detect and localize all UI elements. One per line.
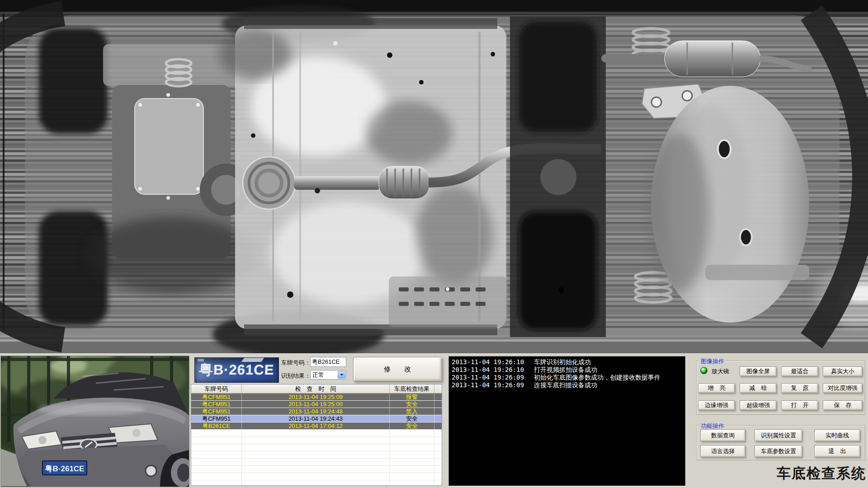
cell-result: 报警 [390, 394, 434, 400]
cell-extra [434, 408, 442, 415]
log-time: 2013-11-04 19:26:10 [452, 358, 527, 366]
bottom-control-panel: 粤B·261CE 粤B·261CE 车牌号码： 识别结果： 正常 修 改 车牌号… [0, 353, 868, 488]
system-title: 车底检查系统 [777, 464, 866, 483]
log-time: 2013-11-04 19:26:10 [452, 366, 527, 374]
image-operations-group: 图像操作 放大镜 图像全屏 最适合 真实大小 增 亮 减 暗 复 原 对比度增强… [696, 361, 865, 415]
edge-enhance-button[interactable]: 边缘增强 [698, 400, 735, 410]
vehicle-photo-graphic: 粤B·261CE [1, 356, 189, 487]
table-row[interactable]: 粤CFM951 2013-11-04 19:25:09 报警 [191, 394, 442, 401]
cell-extra [434, 415, 442, 422]
magnifier-led-icon[interactable] [700, 367, 708, 374]
scan-graphic [0, 0, 868, 353]
log-message: 车牌识别初始化成功 [527, 358, 591, 366]
language-select-button[interactable]: 语言选择 [700, 445, 745, 457]
col-header-plate: 车牌号码 [191, 385, 242, 394]
cell-plate: 粤CFM951 [191, 408, 242, 415]
image-fullscreen-button[interactable]: 图像全屏 [740, 366, 777, 376]
log-message: 打开视频抓拍设备成功 [527, 366, 597, 374]
cell-time: 2013-11-04 19:25:09 [242, 394, 390, 400]
image-operations-label: 图像操作 [699, 357, 726, 366]
cell-time: 2013-11-04 19:25:00 [242, 401, 390, 408]
best-fit-button[interactable]: 最适合 [781, 366, 818, 376]
contrast-enhance-button[interactable]: 对比度增强 [823, 383, 863, 393]
plate-crop-image: 粤B·261CE [194, 357, 279, 383]
table-row-selected[interactable]: 粤CFM951 2013-11-04 19:24:43 安全 [191, 415, 442, 422]
recognition-result-label: 识别结果： [281, 372, 311, 380]
plate-number-input[interactable] [310, 357, 346, 367]
log-message: 初始化车底图像参数成功，创建接收数据事件 [527, 374, 660, 381]
log-line: 2013-11-04 19:26:09 初始化车底图像参数成功，创建接收数据事件 [452, 374, 683, 381]
realtime-curve-button[interactable]: 实时曲线 [814, 429, 860, 441]
cell-plate: 粤CFM951 [191, 415, 242, 422]
cell-plate: 粤CFM951 [191, 394, 242, 400]
plate-crop-text: 粤B·261CE [199, 361, 275, 380]
col-header-extra [434, 385, 442, 394]
vehicle-capture-photo: 粤B·261CE [1, 356, 189, 487]
cell-result: 安全 [390, 401, 434, 408]
cell-plate: 粤B261CE [191, 422, 242, 429]
photo-plate-text: 粤B·261CE [45, 465, 85, 473]
data-query-button[interactable]: 数据查询 [700, 429, 745, 441]
brighten-button[interactable]: 增 亮 [698, 383, 735, 393]
table-empty-area [191, 430, 442, 485]
log-time: 2013-11-04 19:26:09 [452, 374, 527, 381]
plate-number-label: 车牌号码： [281, 359, 311, 367]
cell-extra [434, 422, 442, 429]
cell-extra [434, 401, 442, 408]
undercarriage-scan-image[interactable] [0, 0, 868, 353]
inspection-history-table[interactable]: 车牌号码 检 查 时 间 车底检查结果 粤CFM951 2013-11-04 1… [191, 384, 442, 486]
cell-result: 禁入 [390, 408, 434, 415]
col-header-time: 检 查 时 间 [242, 385, 390, 394]
cell-time: 2013-11-04 19:24:43 [242, 415, 390, 422]
log-time: 2013-11-04 19:26:09 [452, 381, 527, 389]
cell-result: 安全 [390, 415, 434, 422]
recognition-result-value: 正常 [312, 371, 324, 379]
function-operations-group: 功能操作 数据查询 识别属性设置 实时曲线 语言选择 车底参数设置 退 出 [696, 425, 865, 460]
recognition-settings-button[interactable]: 识别属性设置 [755, 429, 802, 441]
cell-time: 2013-11-04 17:04:12 [242, 422, 390, 429]
actual-size-button[interactable]: 真实大小 [823, 366, 863, 376]
undercarriage-inspection-app: 粤B·261CE 粤B·261CE 车牌号码： 识别结果： 正常 修 改 车牌号… [0, 0, 868, 488]
chassis-params-button[interactable]: 车底参数设置 [755, 445, 802, 457]
cell-extra [434, 394, 442, 400]
exit-button[interactable]: 退 出 [814, 445, 860, 457]
recognition-result-select[interactable]: 正常 [310, 370, 346, 380]
cell-plate: 粤CFM951 [191, 401, 242, 408]
open-button[interactable]: 打 开 [781, 400, 818, 410]
log-line: 2013-11-04 19:26:10 打开视频抓拍设备成功 [452, 366, 683, 374]
table-row[interactable]: 粤CFM951 2013-11-04 19:24:48 禁入 [191, 408, 442, 415]
log-message: 连接车底扫描设备成功 [527, 381, 597, 389]
dropdown-arrow-icon[interactable] [338, 371, 345, 379]
darken-button[interactable]: 减 暗 [740, 383, 777, 393]
save-button[interactable]: 保 存 [823, 400, 863, 410]
table-header-row: 车牌号码 检 查 时 间 车底检查结果 [191, 385, 442, 394]
log-line: 2013-11-04 19:26:10 车牌识别初始化成功 [452, 358, 683, 366]
system-log-console[interactable]: 2013-11-04 19:26:10 车牌识别初始化成功 2013-11-04… [448, 356, 686, 486]
restore-button[interactable]: 复 原 [781, 383, 818, 393]
col-header-result: 车底检查结果 [390, 385, 434, 394]
magnifier-label: 放大镜 [712, 367, 729, 375]
cell-result: 安全 [390, 422, 434, 429]
modify-button[interactable]: 修 改 [353, 357, 442, 381]
table-row[interactable]: 粤CFM951 2013-11-04 19:25:00 安全 [191, 401, 442, 408]
cell-time: 2013-11-04 19:24:48 [242, 408, 390, 415]
log-line: 2013-11-04 19:26:09 连接车底扫描设备成功 [452, 381, 683, 389]
table-row[interactable]: 粤B261CE 2013-11-04 17:04:12 安全 [191, 422, 442, 430]
super-enhance-button[interactable]: 超级增强 [740, 400, 777, 410]
